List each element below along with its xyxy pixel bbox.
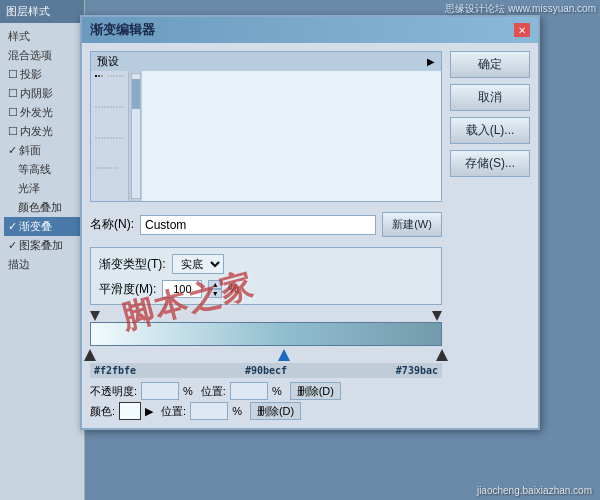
preset-swatch-13[interactable] xyxy=(104,106,106,108)
preset-swatch-9[interactable] xyxy=(122,75,124,77)
style-item-patternoverlay[interactable]: ✓图案叠加 xyxy=(4,236,80,255)
opacity-label: 不透明度: xyxy=(90,384,137,399)
preset-swatch-11[interactable] xyxy=(98,106,100,108)
style-item-style[interactable]: 样式 xyxy=(4,27,80,46)
gradient-bar[interactable] xyxy=(90,322,442,346)
preset-swatch-34[interactable] xyxy=(107,167,109,169)
layer-style-panel: 图层样式 样式 混合选项 ☐投影 ☐内阴影 ☐外发光 ☐内发光 ✓斜面 等高线 … xyxy=(0,0,85,500)
style-item-gradientoverlay[interactable]: ✓渐变叠 xyxy=(4,217,80,236)
preset-swatch-0[interactable] xyxy=(95,75,97,77)
dialog-right-buttons: 确定 取消 载入(L)... 存储(S)... xyxy=(450,51,530,420)
ok-button[interactable]: 确定 xyxy=(450,51,530,78)
smooth-up-button[interactable]: ▲ xyxy=(208,280,222,289)
style-item-innerglow[interactable]: ☐内发光 xyxy=(4,122,80,141)
preset-swatch-21[interactable] xyxy=(98,137,100,139)
location-input-opacity[interactable] xyxy=(230,382,268,400)
style-item-stroke[interactable]: 描边 xyxy=(4,255,80,274)
stop-value-2: #739bac xyxy=(396,365,438,376)
preset-swatch-27[interactable] xyxy=(116,137,118,139)
cancel-button[interactable]: 取消 xyxy=(450,84,530,111)
preset-header: 预设 ▶ xyxy=(91,52,441,71)
smooth-down-button[interactable]: ▼ xyxy=(208,289,222,298)
opacity-input[interactable] xyxy=(141,382,179,400)
preset-scrollbar[interactable] xyxy=(128,71,142,201)
preset-swatch-36[interactable] xyxy=(113,167,115,169)
opacity-group: 不透明度: % xyxy=(90,382,193,400)
scrollbar-thumb[interactable] xyxy=(132,79,140,109)
color-controls-row: 颜色: ▶ 位置: % 删除(D) xyxy=(90,402,442,420)
preset-swatch-18[interactable] xyxy=(119,106,121,108)
preset-swatch-30[interactable] xyxy=(95,167,97,169)
preset-swatch-22[interactable] xyxy=(101,137,103,139)
style-item-blend[interactable]: 混合选项 xyxy=(4,46,80,65)
gradient-editor-dialog: 渐变编辑器 ✕ 预设 ▶ xyxy=(80,15,540,430)
preset-swatch-32[interactable] xyxy=(101,167,103,169)
style-item-shadow[interactable]: ☐投影 xyxy=(4,65,80,84)
preset-swatch-20[interactable] xyxy=(95,137,97,139)
gradient-bar-section: #f2fbfe #90becf #739bac xyxy=(90,311,442,378)
preset-swatch-7[interactable] xyxy=(116,75,118,77)
preset-swatch-5[interactable] xyxy=(110,75,112,77)
preset-swatch-12[interactable] xyxy=(101,106,103,108)
location-input-color[interactable] xyxy=(190,402,228,420)
color-stop-1[interactable] xyxy=(278,349,290,361)
preset-swatch-4[interactable] xyxy=(107,75,109,77)
preset-arrow-icon[interactable]: ▶ xyxy=(427,56,435,67)
style-item-contour[interactable]: 等高线 xyxy=(4,160,80,179)
preset-swatch-8[interactable] xyxy=(119,75,121,77)
preset-swatch-15[interactable] xyxy=(110,106,112,108)
style-item-gloss[interactable]: 光泽 xyxy=(4,179,80,198)
preset-swatch-37[interactable] xyxy=(116,167,118,169)
name-row: 名称(N): 新建(W) xyxy=(90,210,442,239)
preset-swatch-6[interactable] xyxy=(113,75,115,77)
style-item-coloroverlay[interactable]: 颜色叠加 xyxy=(4,198,80,217)
preset-swatch-10[interactable] xyxy=(95,106,97,108)
new-button[interactable]: 新建(W) xyxy=(382,212,442,237)
preset-swatch-16[interactable] xyxy=(113,106,115,108)
style-item-innershadow[interactable]: ☐内阴影 xyxy=(4,84,80,103)
load-button[interactable]: 载入(L)... xyxy=(450,117,530,144)
stop-value-1: #90becf xyxy=(245,365,287,376)
location-label-opacity: 位置: xyxy=(201,384,226,399)
preset-swatch-33[interactable] xyxy=(104,167,106,169)
dialog-left: 预设 ▶ 名称(N): 新建(W) xyxy=(90,51,442,420)
preset-swatch-35[interactable] xyxy=(110,167,112,169)
preset-swatch-26[interactable] xyxy=(113,137,115,139)
preset-wrapper xyxy=(91,71,441,201)
preset-swatch-31[interactable] xyxy=(98,167,100,169)
preset-swatch-29[interactable] xyxy=(122,137,124,139)
preset-swatch-2[interactable] xyxy=(101,75,103,77)
name-input[interactable] xyxy=(140,215,376,235)
opacity-stop-right[interactable] xyxy=(432,311,442,321)
preset-swatch-28[interactable] xyxy=(119,137,121,139)
opacity-stop-left[interactable] xyxy=(90,311,100,321)
preset-section: 预设 ▶ xyxy=(90,51,442,202)
gradient-type-section: 渐变类型(T): 实底 平滑度(M): ▲ ▼ % xyxy=(90,247,442,305)
color-group: 颜色: ▶ xyxy=(90,402,153,420)
opacity-stops-row xyxy=(90,311,442,321)
layer-panel-items: 样式 混合选项 ☐投影 ☐内阴影 ☐外发光 ☐内发光 ✓斜面 等高线 光泽 颜色… xyxy=(0,23,84,278)
preset-swatch-14[interactable] xyxy=(107,106,109,108)
preset-swatch-3[interactable] xyxy=(104,75,106,77)
color-swatch[interactable] xyxy=(119,402,141,420)
color-arrow-icon[interactable]: ▶ xyxy=(145,405,153,418)
preset-label: 预设 xyxy=(97,54,119,69)
style-item-bevel[interactable]: ✓斜面 xyxy=(4,141,80,160)
style-item-outerglow[interactable]: ☐外发光 xyxy=(4,103,80,122)
preset-swatch-23[interactable] xyxy=(104,137,106,139)
preset-swatch-24[interactable] xyxy=(107,137,109,139)
layer-panel-title: 图层样式 xyxy=(0,0,84,23)
preset-swatch-25[interactable] xyxy=(110,137,112,139)
scrollbar-track[interactable] xyxy=(131,73,141,199)
preset-swatch-17[interactable] xyxy=(116,106,118,108)
type-select[interactable]: 实底 xyxy=(172,254,224,274)
delete-color-button[interactable]: 删除(D) xyxy=(250,402,301,420)
color-stop-2[interactable] xyxy=(436,349,448,361)
close-button[interactable]: ✕ xyxy=(514,23,530,37)
save-button[interactable]: 存储(S)... xyxy=(450,150,530,177)
preset-swatch-19[interactable] xyxy=(122,106,124,108)
delete-opacity-button[interactable]: 删除(D) xyxy=(290,382,341,400)
preset-swatch-1[interactable] xyxy=(98,75,100,77)
smooth-input[interactable] xyxy=(162,280,202,298)
color-stop-0[interactable] xyxy=(84,349,96,361)
